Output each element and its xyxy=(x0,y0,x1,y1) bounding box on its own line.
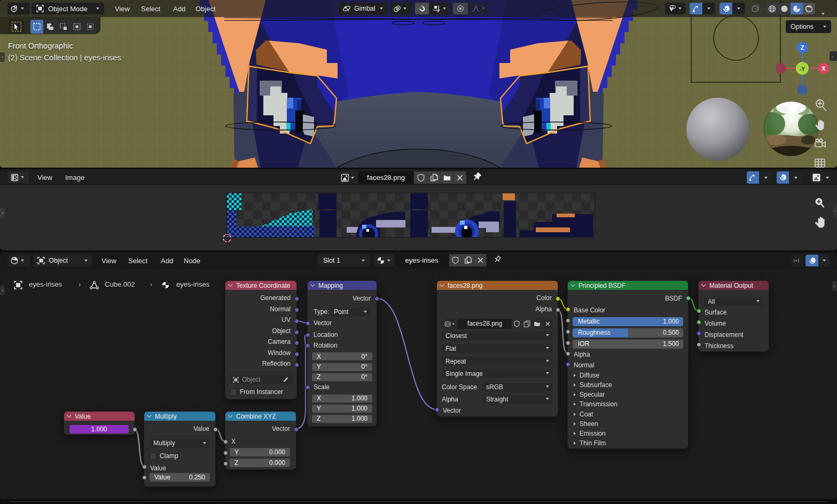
svg-text:-Y: -Y xyxy=(800,66,805,72)
svg-text:Z: Z xyxy=(801,44,804,51)
svg-text:‹: ‹ xyxy=(832,54,834,59)
svg-text:X: X xyxy=(822,65,826,72)
